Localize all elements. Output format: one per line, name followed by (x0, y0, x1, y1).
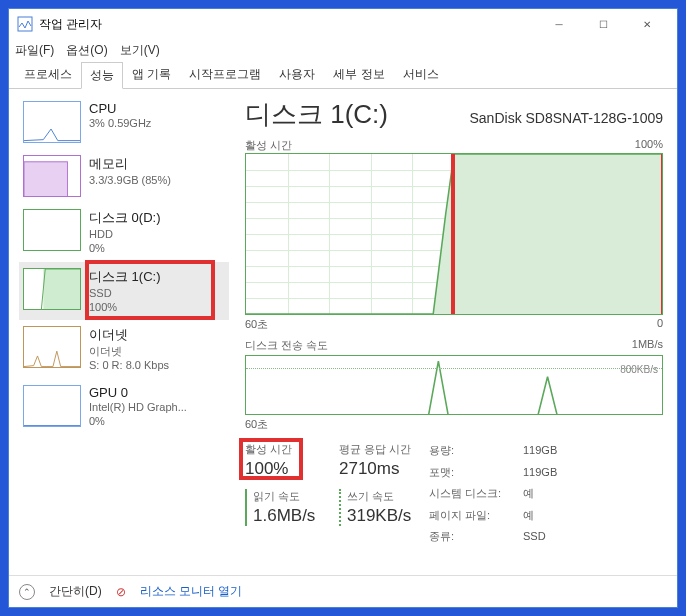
tab-processes[interactable]: 프로세스 (15, 61, 81, 88)
footer: ⌃ 간단히(D) ⊘ 리소스 모니터 열기 (9, 575, 677, 607)
disk-model: SanDisk SD8SNAT-128G-1009 (470, 110, 664, 126)
sidebar-memory-sub: 3.3/3.9GB (85%) (89, 173, 171, 187)
disk1-thumb (23, 268, 81, 310)
chart1-ymax: 100% (635, 138, 663, 153)
sidebar-gpu-sub1: Intel(R) HD Graph... (89, 400, 187, 414)
chart1-label: 활성 시간 (245, 138, 292, 153)
task-manager-window: 작업 관리자 ─ ☐ ✕ 파일(F) 옵션(O) 보기(V) 프로세스 성능 앱… (8, 8, 678, 608)
stats-row: 활성 시간 100% 읽기 속도 1.6MB/s 평균 응답 시간 2710ms (245, 442, 663, 546)
tab-app-history[interactable]: 앱 기록 (123, 61, 180, 88)
avg-resp-value: 2710ms (339, 459, 429, 479)
sidebar-item-memory[interactable]: 메모리 3.3/3.9GB (85%) (19, 149, 229, 203)
tab-startup[interactable]: 시작프로그램 (180, 61, 270, 88)
capacity-value: 119GB (523, 442, 663, 460)
sidebar-cpu-name: CPU (89, 101, 151, 116)
chart2-xleft: 60초 (245, 417, 268, 432)
sidebar-disk0-sub1: HDD (89, 227, 161, 241)
sysdisk-value: 예 (523, 485, 663, 503)
menu-view[interactable]: 보기(V) (120, 42, 160, 59)
disk-title: 디스크 1(C:) (245, 97, 388, 132)
close-button[interactable]: ✕ (625, 10, 669, 38)
tab-users[interactable]: 사용자 (270, 61, 324, 88)
simple-view-button[interactable]: 간단히(D) (49, 583, 102, 600)
sidebar-eth-sub1: 이더넷 (89, 344, 169, 358)
write-speed-label: 쓰기 속도 (347, 489, 429, 504)
format-label: 포맷: (429, 464, 517, 482)
type-value: SSD (523, 528, 663, 546)
sidebar-disk0-name: 디스크 0(D:) (89, 209, 161, 227)
sidebar-item-disk0[interactable]: 디스크 0(D:) HDD 0% (19, 203, 229, 262)
chart1-xright: 0 (657, 317, 663, 332)
sidebar-disk0-sub2: 0% (89, 241, 161, 255)
menu-file[interactable]: 파일(F) (15, 42, 54, 59)
type-label: 종류: (429, 528, 517, 546)
sidebar-item-gpu[interactable]: GPU 0 Intel(R) HD Graph... 0% (19, 379, 229, 435)
resmon-icon: ⊘ (116, 585, 126, 599)
maximize-button[interactable]: ☐ (581, 10, 625, 38)
read-speed-label: 읽기 속도 (253, 489, 339, 504)
menu-options[interactable]: 옵션(O) (66, 42, 107, 59)
cpu-thumb (23, 101, 81, 143)
pagefile-label: 페이지 파일: (429, 507, 517, 525)
window-title: 작업 관리자 (39, 16, 537, 33)
sidebar-gpu-name: GPU 0 (89, 385, 187, 400)
main-header: 디스크 1(C:) SanDisk SD8SNAT-128G-1009 (245, 97, 663, 132)
avg-resp-label: 평균 응답 시간 (339, 442, 429, 457)
gpu-thumb (23, 385, 81, 427)
sidebar-memory-name: 메모리 (89, 155, 171, 173)
open-resmon-link[interactable]: 리소스 모니터 열기 (140, 583, 243, 600)
sidebar-cpu-sub: 3% 0.59GHz (89, 116, 151, 130)
body: CPU 3% 0.59GHz 메모리 3.3/3.9GB (85%) 디스크 0… (9, 89, 677, 569)
sidebar: CPU 3% 0.59GHz 메모리 3.3/3.9GB (85%) 디스크 0… (9, 89, 229, 569)
tab-performance[interactable]: 성능 (81, 62, 123, 89)
minimize-button[interactable]: ─ (537, 10, 581, 38)
titlebar[interactable]: 작업 관리자 ─ ☐ ✕ (9, 9, 677, 39)
menubar: 파일(F) 옵션(O) 보기(V) (9, 39, 677, 61)
svg-rect-1 (24, 162, 67, 197)
sidebar-eth-name: 이더넷 (89, 326, 169, 344)
sidebar-gpu-sub2: 0% (89, 414, 187, 428)
sysdisk-label: 시스템 디스크: (429, 485, 517, 503)
ethernet-thumb (23, 326, 81, 368)
read-speed-value: 1.6MB/s (253, 506, 339, 526)
main-panel: 디스크 1(C:) SanDisk SD8SNAT-128G-1009 활성 시… (229, 89, 677, 569)
format-value: 119GB (523, 464, 663, 482)
write-speed-value: 319KB/s (347, 506, 429, 526)
chart1-xleft: 60초 (245, 317, 268, 332)
tab-details[interactable]: 세부 정보 (324, 61, 393, 88)
capacity-label: 용량: (429, 442, 517, 460)
sidebar-item-cpu[interactable]: CPU 3% 0.59GHz (19, 95, 229, 149)
chart2-ymax: 1MB/s (632, 338, 663, 353)
svg-rect-2 (43, 269, 80, 310)
transfer-rate-chart: 800KB/s (245, 355, 663, 415)
app-icon (17, 16, 33, 32)
highlight-box-chart (451, 153, 663, 315)
memory-thumb (23, 155, 81, 197)
tabs: 프로세스 성능 앱 기록 시작프로그램 사용자 세부 정보 서비스 (9, 61, 677, 89)
collapse-icon[interactable]: ⌃ (19, 584, 35, 600)
sidebar-item-ethernet[interactable]: 이더넷 이더넷 S: 0 R: 8.0 Kbps (19, 320, 229, 379)
tab-services[interactable]: 서비스 (394, 61, 448, 88)
sidebar-eth-sub2: S: 0 R: 8.0 Kbps (89, 358, 169, 372)
highlight-box-stat (239, 438, 303, 480)
sidebar-item-disk1[interactable]: 디스크 1(C:) SSD 100% (19, 262, 229, 321)
chart2-label: 디스크 전송 속도 (245, 338, 328, 353)
highlight-box (85, 260, 215, 320)
chart2-dotted: 800KB/s (620, 364, 658, 375)
active-time-chart (245, 153, 663, 315)
disk0-thumb (23, 209, 81, 251)
pagefile-value: 예 (523, 507, 663, 525)
